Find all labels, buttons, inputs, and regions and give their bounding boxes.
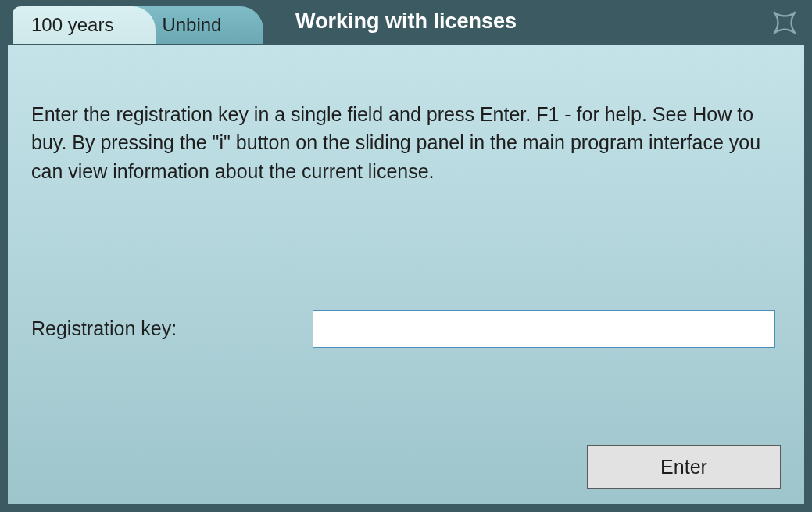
close-icon (770, 8, 799, 38)
dialog-content: Enter the registration key in a single f… (6, 44, 806, 506)
registration-key-label: Registration key: (31, 317, 313, 340)
enter-button[interactable]: Enter (587, 445, 781, 489)
tab-100-years[interactable]: 100 years (13, 6, 132, 44)
button-row: Enter (587, 445, 781, 489)
instruction-text: Enter the registration key in a single f… (31, 100, 781, 185)
dialog-header: 100 years Unbind Working with licenses (0, 0, 812, 44)
close-button[interactable] (768, 6, 801, 39)
tab-label: 100 years (31, 14, 113, 36)
tab-label: Unbind (162, 14, 221, 36)
tab-bar: 100 years Unbind (13, 0, 240, 44)
registration-key-input[interactable] (313, 310, 775, 348)
registration-key-row: Registration key: (31, 310, 781, 348)
license-dialog: 100 years Unbind Working with licenses E… (0, 0, 812, 512)
